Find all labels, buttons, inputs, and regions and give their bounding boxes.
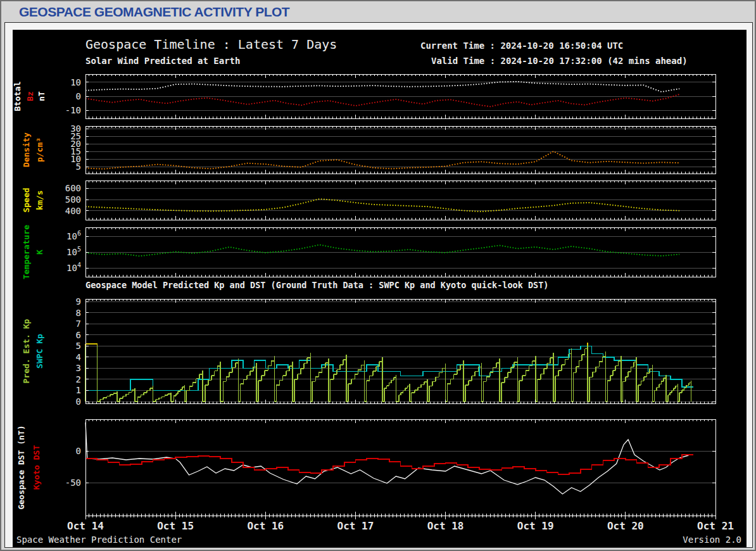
axis-label-temp-1: K [35,250,44,255]
axis-label-dst-1: Kyoto DST [32,445,41,490]
panel-dst: 0-50Geospace DST (nT)Kyoto DST [16,419,715,519]
axis-label-density-1: p/cm³ [35,137,44,162]
y-tick-label: -10 [65,105,81,115]
x-axis-label: Oct 17 [337,520,374,532]
y-tick-label: 7 [76,319,81,329]
y-tick-label: 106 [66,230,81,241]
x-axis-label: Oct 20 [607,520,644,532]
x-axis-label: Oct 18 [427,520,464,532]
axis-label-kp-1: SWPC Kp [35,334,44,369]
y-tick-label: 3 [76,363,81,373]
y-tick-label: 0 [76,91,81,101]
series-kyoto_dst [85,455,693,474]
y-tick-label: 5 [76,341,81,351]
y-tick-label: 600 [65,183,81,193]
axis-label-bfield-2: nT [37,91,46,101]
series-temperature_log10 [85,245,679,256]
y-tick-label: 6 [76,330,81,340]
page: GEOSPACE GEOMAGNETIC ACTIVITY PLOT Geosp… [0,0,756,551]
y-tick-label: 10 [70,77,81,87]
axis-label-dst-0: Geospace DST (nT) [16,425,26,509]
x-axis-label: Oct 21 [697,520,734,532]
y-tick-label: 0 [76,446,81,456]
axis-label-speed-0: Speed [22,187,31,212]
footer-right: Version 2.0 [683,535,741,545]
y-tick-label: 1 [76,385,81,395]
x-axis-label: Oct 19 [517,520,554,532]
x-axis-label: Oct 15 [157,520,194,532]
series-pred_est_kp [85,343,691,402]
y-tick-label: 5 [76,162,81,172]
series-btotal [85,82,679,92]
plot-image: Geospace Timeline : Latest 7 Days Curren… [13,30,747,547]
y-tick-label: 9 [76,296,81,307]
y-tick-label: 0 [76,396,81,407]
timeline-chart: 100-10BtotalBznT30252015105Densityp/cm³6… [13,30,747,547]
panel-kp: 9876543210Pred. Est. KpSWPC Kp [22,296,715,407]
page-title: GEOSPACE GEOMAGNETIC ACTIVITY PLOT [19,4,289,20]
panel-speed: 600500400Speedkm/s [22,180,715,220]
x-axis-label: Oct 16 [247,520,284,532]
axis-label-bfield-0: Btotal [13,82,22,111]
panel-density: 30252015105Densityp/cm³ [22,124,715,174]
plot-frame: Geospace Timeline : Latest 7 Days Curren… [4,22,753,548]
y-tick-label: 8 [76,308,81,318]
panel-temp: 106105104TemperatureK [22,225,715,279]
y-tick-label: 105 [66,246,81,257]
y-tick-label: 4 [76,352,81,362]
axis-label-density-0: Density [22,132,31,167]
axis-label-bfield-1: Bz [25,91,35,101]
panel-bfield: 100-10BtotalBznT [13,74,715,118]
series-speed [85,199,679,212]
y-tick-label: 2 [76,374,81,384]
y-tick-label: 500 [65,194,81,205]
axis-label-temp-0: Temperature [22,225,31,279]
y-tick-label: 104 [66,262,81,273]
y-tick-label: 400 [65,206,81,216]
y-tick-label: -50 [65,478,81,488]
footer-left: Space Weather Prediction Center [16,535,182,545]
x-axis-label: Oct 14 [67,520,104,532]
axis-label-kp-0: Pred. Est. Kp [22,319,31,383]
axis-label-speed-1: km/s [35,190,44,210]
